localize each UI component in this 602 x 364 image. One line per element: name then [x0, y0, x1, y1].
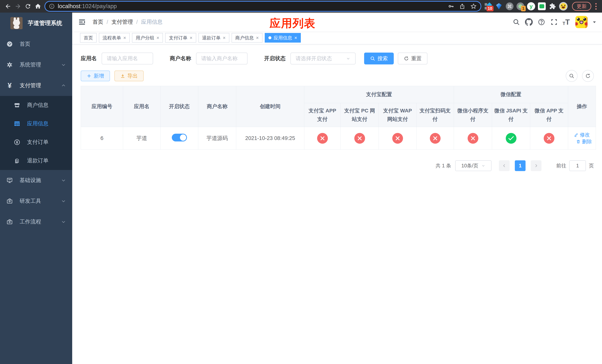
cell-app-id: 6 [81, 127, 123, 150]
extensions-puzzle-icon[interactable] [548, 2, 557, 11]
goto-label: 前往 [556, 162, 566, 169]
password-key-icon[interactable] [448, 3, 454, 10]
col-header-operations: 操作 [568, 86, 596, 127]
close-icon[interactable]: × [156, 35, 159, 40]
breadcrumb-home[interactable]: 首页 [93, 18, 103, 26]
url-text[interactable]: localhost:1024/pay/app [58, 3, 448, 10]
tab-refund-orders[interactable]: 退款订单× [198, 33, 229, 43]
refresh-button[interactable] [582, 70, 594, 82]
page-unit-label: 页 [589, 162, 594, 169]
fullscreen-icon[interactable] [550, 18, 558, 26]
reset-button[interactable]: 重置 [398, 53, 428, 64]
help-icon[interactable] [538, 18, 546, 26]
font-size-icon[interactable]: TT [563, 18, 570, 26]
app-name-label: 应用名 [81, 55, 97, 62]
prev-page-button[interactable] [499, 160, 510, 171]
sidebar-item-payment[interactable]: ¥ 支付管理 [0, 75, 72, 96]
delete-link[interactable]: 删除 [576, 138, 592, 145]
chevron-down-icon [61, 62, 66, 67]
col-header-wechat-jsapi: 微信 JSAPI 支付 [492, 103, 530, 127]
emoji-profile-icon[interactable] [559, 2, 568, 11]
extension-badge: 1 [521, 6, 526, 11]
col-header-app-name: 应用名 [123, 86, 161, 127]
chevron-down-icon [61, 219, 66, 224]
browser-reload-button[interactable] [23, 1, 33, 11]
browser-home-button[interactable] [33, 1, 43, 11]
gem-extension-icon[interactable] [495, 2, 503, 11]
merchant-name-label: 商户名称 [170, 55, 191, 62]
bookmark-star-icon[interactable] [470, 3, 477, 10]
page-size-select[interactable]: 10条/页 [455, 160, 492, 171]
close-icon[interactable]: × [294, 35, 297, 40]
breadcrumb-payment[interactable]: 支付管理 [111, 18, 133, 26]
toolbox-icon [6, 198, 13, 204]
browser-forward-button[interactable] [13, 1, 23, 11]
user-avatar[interactable] [575, 16, 588, 28]
github-icon[interactable] [525, 18, 533, 26]
col-header-enabled: 开启状态 [161, 86, 198, 127]
sidebar-item-merchant-info[interactable]: 商户信息 [0, 96, 72, 114]
breadcrumb-current: 应用信息 [141, 18, 162, 26]
close-icon[interactable]: × [123, 35, 126, 40]
app-logo-row[interactable]: 芋道管理系统 [0, 13, 72, 34]
tab-app-info-active[interactable]: 应用信息× [265, 33, 301, 43]
chat-extension-icon[interactable] [538, 2, 546, 11]
share-icon[interactable] [459, 3, 465, 10]
enabled-toggle[interactable] [172, 134, 187, 141]
col-header-created: 创建时间 [236, 86, 304, 127]
sidebar-item-refund-orders[interactable]: 退款订单 [0, 151, 72, 170]
add-button[interactable]: 新增 [81, 71, 110, 81]
caret-down-icon[interactable] [592, 20, 597, 24]
chevron-down-icon [61, 199, 66, 203]
tab-user-group[interactable]: 用户分组× [132, 33, 163, 43]
chrome-update-button[interactable]: 更新 [572, 2, 591, 11]
current-page-button[interactable]: 1 [515, 160, 526, 171]
cell-app-name: 芋道 [123, 127, 161, 150]
tab-pay-orders[interactable]: 支付订单× [165, 33, 196, 43]
extensions-row: 10 1 y [484, 2, 568, 11]
command-extension-icon[interactable] [505, 2, 514, 11]
export-button[interactable]: 导出 [114, 71, 144, 81]
site-info-icon[interactable] [49, 3, 55, 9]
sidebar-item-workflow[interactable]: 工作流程 [0, 212, 72, 232]
payment-submenu: 商户信息 应用信息 支付订单 退款订单 [0, 96, 72, 170]
status-alipay-qr-icon [430, 133, 441, 144]
tab-merchant-info[interactable]: 商户信息× [232, 33, 262, 43]
sidebar-item-infrastructure[interactable]: 基础设施 [0, 170, 72, 191]
sidebar-collapse-icon[interactable] [78, 18, 86, 26]
address-bar[interactable]: localhost:1024/pay/app [45, 2, 481, 11]
search-button[interactable]: 搜索 [364, 53, 394, 64]
col-header-alipay-app: 支付宝 APP 支付 [304, 103, 341, 127]
search-icon[interactable] [512, 18, 520, 26]
app-name-input[interactable] [102, 53, 153, 64]
sidebar-panels-extension-icon[interactable]: 10 [484, 2, 492, 11]
pagination: 共 1 条 10条/页 1 前往 页 [81, 160, 594, 171]
close-icon[interactable]: × [256, 35, 259, 40]
filter-form: 应用名 商户名称 开启状态 请选择开启状态 搜索 重置 [81, 53, 594, 64]
tab-process-form[interactable]: 流程表单× [99, 33, 130, 43]
goto-page-input[interactable] [569, 160, 586, 171]
status-select[interactable]: 请选择开启状态 [290, 53, 356, 64]
recorder-extension-icon[interactable]: 1 [516, 2, 525, 11]
status-label: 开启状态 [264, 55, 286, 62]
sidebar: 芋道管理系统 首页 系统管理 ¥ 支付管理 [0, 13, 72, 364]
sidebar-item-app-info[interactable]: 应用信息 [0, 114, 72, 133]
cell-operations: 修改 删除 [568, 127, 596, 150]
yen-icon: ¥ [6, 82, 13, 89]
sidebar-item-dev-tools[interactable]: 研发工具 [0, 191, 72, 212]
sidebar-item-home[interactable]: 首页 [0, 34, 72, 54]
browser-back-button[interactable] [3, 1, 13, 11]
sidebar-item-system[interactable]: 系统管理 [0, 54, 72, 75]
edit-link[interactable]: 修改 [574, 131, 590, 138]
sidebar-item-pay-orders[interactable]: 支付订单 [0, 133, 72, 151]
tab-home[interactable]: 首页 [80, 33, 97, 43]
cell-created: 2021-10-23 08:49:25 [236, 127, 304, 150]
toggle-search-button[interactable] [566, 70, 578, 82]
next-page-button[interactable] [531, 160, 541, 171]
close-icon[interactable]: × [190, 35, 192, 40]
merchant-name-input[interactable] [196, 53, 247, 64]
browser-menu-icon[interactable] [593, 2, 599, 11]
close-icon[interactable]: × [223, 35, 226, 40]
monitor-chart-icon [6, 177, 13, 184]
y-logo-extension-icon[interactable]: y [527, 2, 535, 11]
